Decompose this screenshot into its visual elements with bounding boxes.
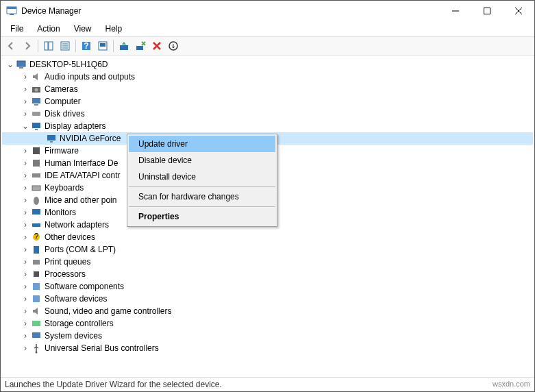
svg-rect-41	[33, 260, 40, 265]
ctx-disable-device[interactable]: Disable device	[129, 152, 275, 169]
show-hide-tree-button[interactable]	[41, 38, 56, 53]
expand-icon[interactable]: ›	[20, 147, 31, 155]
menu-view[interactable]: View	[69, 23, 97, 35]
category-label: Other devices	[45, 232, 95, 242]
expand-icon[interactable]: ›	[20, 245, 31, 254]
scan-hardware-button[interactable]	[95, 38, 110, 53]
expand-icon[interactable]: ›	[20, 270, 31, 278]
svg-point-47	[36, 352, 38, 354]
help-button[interactable]: ?	[79, 38, 94, 53]
expand-icon[interactable]: ›	[20, 282, 31, 291]
svg-rect-45	[32, 321, 40, 326]
expand-icon[interactable]: ›	[20, 221, 31, 229]
keyboard-icon	[31, 182, 42, 193]
sound-icon	[31, 306, 42, 317]
svg-rect-27	[32, 123, 40, 128]
tree-category[interactable]: ›Universal Serial Bus controllers	[2, 342, 533, 354]
category-label: Print queues	[45, 257, 90, 267]
expand-icon[interactable]: ›	[20, 307, 31, 315]
expand-icon[interactable]: ›	[20, 233, 31, 241]
tree-category[interactable]: ›Print queues	[2, 256, 533, 268]
other-icon: ?	[31, 232, 42, 243]
status-text: Launches the Update Driver Wizard for th…	[5, 380, 222, 389]
expand-icon[interactable]: ›	[20, 97, 31, 106]
ctx-update-driver[interactable]: Update driver	[129, 136, 275, 152]
maximize-button[interactable]	[471, 1, 503, 21]
forward-button[interactable]	[20, 38, 35, 53]
menu-action[interactable]: Action	[32, 23, 65, 35]
expand-icon[interactable]: ›	[20, 184, 31, 192]
svg-rect-20	[17, 61, 25, 66]
expand-icon[interactable]: ›	[20, 295, 31, 303]
ctx-uninstall-device[interactable]: Uninstall device	[129, 169, 275, 185]
svg-rect-18	[136, 46, 143, 50]
tree-category-expanded[interactable]: ⌄Display adapters	[2, 120, 533, 132]
update-driver-button[interactable]	[116, 38, 132, 53]
expand-icon[interactable]: ›	[20, 110, 31, 118]
expand-icon[interactable]: ›	[20, 319, 31, 328]
uninstall-button[interactable]	[133, 38, 148, 53]
usb-icon	[31, 343, 42, 354]
disable-button[interactable]	[149, 38, 164, 53]
root-label: DESKTOP-5LH1Q6D	[29, 60, 108, 69]
category-label: System devices	[45, 331, 102, 341]
menu-help[interactable]: Help	[100, 23, 128, 35]
svg-rect-43	[33, 283, 40, 290]
category-label: Storage controllers	[45, 319, 114, 328]
context-menu: Update driver Disable device Uninstall d…	[127, 134, 277, 227]
tree-category[interactable]: ›Processors	[2, 268, 533, 280]
tree-category[interactable]: ›Software components	[2, 280, 533, 293]
expand-icon[interactable]: ›	[20, 171, 31, 180]
tree-root[interactable]: ⌄ DESKTOP-5LH1Q6D	[2, 58, 533, 71]
ports-icon	[31, 244, 42, 255]
disk-icon	[31, 108, 42, 119]
category-label: Ports (COM & LPT)	[45, 245, 116, 254]
tree-category[interactable]: ›Sound, video and game controllers	[2, 305, 533, 317]
svg-rect-37	[32, 223, 40, 227]
expand-icon[interactable]: ›	[20, 258, 31, 266]
title-bar: Device Manager	[1, 1, 534, 21]
ctx-properties[interactable]: Properties	[129, 208, 275, 225]
svg-point-35	[34, 197, 39, 205]
tree-category[interactable]: ›?Other devices	[2, 231, 533, 243]
category-label: Monitors	[45, 208, 76, 217]
category-label: Display adapters	[45, 121, 105, 131]
enable-button[interactable]	[166, 38, 181, 53]
expand-icon[interactable]: ›	[20, 73, 31, 81]
minimize-button[interactable]	[440, 1, 471, 21]
expand-icon[interactable]: ›	[20, 196, 31, 204]
tree-category[interactable]: ›System devices	[2, 330, 533, 342]
tree-category[interactable]: ›Disk drives	[2, 108, 533, 120]
software-icon	[31, 293, 42, 304]
expand-icon[interactable]: ›	[20, 85, 31, 93]
properties-button[interactable]	[58, 38, 73, 53]
tree-category[interactable]: ›Storage controllers	[2, 317, 533, 330]
back-button[interactable]	[3, 38, 18, 53]
printer-icon	[31, 256, 42, 267]
expand-icon[interactable]: ›	[20, 208, 31, 217]
tree-category[interactable]: ›Software devices	[2, 293, 533, 305]
ctx-scan-hardware[interactable]: Scan for hardware changes	[129, 188, 275, 205]
expand-icon[interactable]: ›	[20, 159, 31, 167]
collapse-icon[interactable]: ⌄	[5, 60, 16, 69]
category-label: Software components	[45, 282, 124, 291]
firmware-icon	[31, 145, 42, 156]
category-label: Network adapters	[45, 220, 109, 230]
device-label: NVIDIA GeForce	[60, 134, 121, 143]
expand-icon[interactable]: ›	[20, 344, 31, 352]
svg-rect-34	[32, 186, 40, 191]
tree-category[interactable]: ›Audio inputs and outputs	[2, 71, 533, 83]
monitor-icon	[31, 207, 42, 218]
camera-icon	[31, 84, 42, 95]
expand-icon[interactable]: ›	[20, 332, 31, 340]
tree-category[interactable]: ›Cameras	[2, 83, 533, 95]
category-label: Disk drives	[45, 109, 85, 119]
menu-file[interactable]: File	[5, 23, 29, 35]
storage-icon	[31, 318, 42, 329]
software-icon	[31, 281, 42, 292]
collapse-icon[interactable]: ⌄	[20, 122, 31, 130]
tree-category[interactable]: ›Computer	[2, 95, 533, 108]
computer-icon	[16, 59, 27, 70]
tree-category[interactable]: ›Ports (COM & LPT)	[2, 243, 533, 256]
close-button[interactable]	[503, 1, 534, 21]
